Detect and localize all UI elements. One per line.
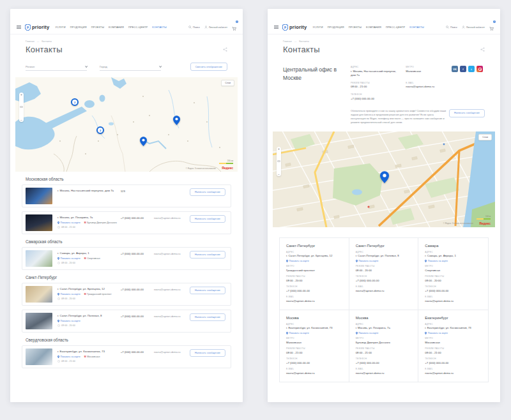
office-email[interactable]: почта@apriori-demo.ru: [154, 286, 190, 291]
map-cluster-moscow[interactable]: 2: [96, 126, 104, 134]
contacts-filters: Регион Город Сменить отображение: [26, 63, 227, 71]
share-icon[interactable]: [223, 47, 227, 52]
branch-email[interactable]: почта@apriori-demo.ru: [356, 371, 412, 375]
clock-icon: [57, 324, 60, 327]
nav-company[interactable]: КОМПАНИЯ: [366, 26, 381, 29]
show-on-map-link[interactable]: Показать на карте: [425, 332, 482, 334]
show-on-map-link[interactable]: Показать на карте: [57, 293, 80, 296]
map-terms-link[interactable]: © Яндекс Условия использования: [186, 167, 216, 170]
yandex-logo[interactable]: Яндекс: [222, 166, 233, 170]
show-on-map-link[interactable]: Показать на карте: [57, 356, 80, 358]
show-on-map-link[interactable]: Показать на карте: [57, 320, 80, 322]
office-email[interactable]: почта@apriori-demo.ru: [154, 349, 190, 354]
branch-phone[interactable]: +7 (000) 000-00-00: [356, 361, 412, 365]
write-message-button[interactable]: Написать сообщение: [190, 349, 225, 357]
branch-phone[interactable]: +7 (000) 000-00-00: [286, 289, 342, 293]
office-email[interactable]: почта@apriori-demo.ru: [154, 313, 190, 318]
show-on-map-link[interactable]: Показать на карте: [356, 332, 412, 334]
yandex-logo[interactable]: Яндекс: [479, 221, 491, 225]
map-layers-button[interactable]: Слои: [221, 80, 234, 86]
branch-phone[interactable]: +7 (000) 000-00-00: [425, 361, 482, 365]
nav-company[interactable]: КОМПАНИЯ: [109, 26, 124, 29]
nav-services[interactable]: УСЛУГИ: [312, 26, 323, 29]
cart-button[interactable]: 0: [232, 22, 236, 33]
write-message-button[interactable]: Написать сообщение: [190, 188, 225, 196]
nav-projects[interactable]: ПРОЕКТЫ: [349, 26, 362, 29]
change-view-button[interactable]: Сменить отображение: [190, 63, 227, 71]
branch-phone[interactable]: +7 (000) 000-00-00: [286, 361, 342, 365]
breadcrumb-home[interactable]: Главная: [26, 40, 34, 43]
nav-projects[interactable]: ПРОЕКТЫ: [91, 26, 104, 29]
branch-address: г. Санкт-Петербург, ул. Брянцева, 12: [286, 254, 342, 258]
map-pin-icon: [286, 260, 288, 262]
nav-services[interactable]: УСЛУГИ: [55, 26, 65, 29]
office-row: г. Москва, Настасьинский переулок, дом 7…: [22, 184, 231, 207]
branch-phone[interactable]: +7 (000) 000-00-00: [425, 289, 482, 293]
branch-email[interactable]: почта@apriori-demo.ru: [286, 299, 342, 303]
show-on-map-link[interactable]: Показать на карте: [356, 260, 412, 262]
office-address: г. Москва, Настасьинский переулок, дом 7…: [351, 70, 399, 77]
city-select[interactable]: Город: [100, 65, 161, 71]
branch-email[interactable]: почта@apriori-demo.ru: [425, 299, 482, 303]
branch-email[interactable]: почта@apriori-demo.ru: [356, 289, 412, 293]
map-scale-bar: [219, 163, 233, 164]
map-terms-link[interactable]: © Яндекс Условия использования: [443, 222, 473, 225]
branch-phone[interactable]: +7 (000) 000-00-00: [356, 279, 412, 283]
office-row: г. Санкт-Петербург, ул. Полевая, 8 Показ…: [22, 310, 231, 333]
map-cluster-spb[interactable]: 2: [71, 98, 79, 106]
twitter-icon[interactable]: t: [468, 66, 475, 72]
map-zoom-control[interactable]: [277, 147, 281, 176]
office-phone[interactable]: +7 (000) 000-00-00: [351, 97, 399, 101]
search-button[interactable]: Поиск: [446, 26, 457, 29]
write-message-button[interactable]: Написать сообщение: [190, 287, 225, 294]
office-address: г. Санкт-Петербург, ул. Брянцева, 12: [57, 287, 121, 291]
map-pin-icon: [57, 293, 59, 296]
write-message-button[interactable]: Написать сообщение: [449, 109, 485, 117]
instagram-icon[interactable]: [477, 66, 483, 72]
map-layers-button[interactable]: Слои: [478, 134, 492, 140]
branch-email[interactable]: почта@apriori-demo.ru: [286, 371, 342, 375]
logo[interactable]: p priority: [25, 24, 49, 31]
show-on-map-link[interactable]: Показать на карте: [286, 332, 342, 334]
chevron-down-icon: [159, 65, 162, 68]
show-on-map-link[interactable]: Показать на карте: [57, 221, 80, 224]
logo[interactable]: p priority: [282, 24, 307, 31]
office-email[interactable]: почта@apriori-demo.ru: [154, 250, 190, 255]
city-map[interactable]: Слои 100 м © Яндекс Условия использовани…: [273, 131, 495, 227]
nav-products[interactable]: ПРОДУКЦИЯ: [328, 26, 344, 29]
account-button[interactable]: Личный кабинет: [204, 26, 227, 29]
contacts-list-page: p priority УСЛУГИ ПРОДУКЦИЯ ПРОЕКТЫ КОМП…: [10, 9, 243, 402]
branch-city: Санкт-Петербург: [356, 244, 412, 248]
search-button[interactable]: Поиск: [188, 26, 200, 29]
facebook-icon[interactable]: f: [460, 66, 466, 72]
share-icon[interactable]: [480, 47, 485, 52]
branch-email[interactable]: почта@apriori-demo.ru: [425, 371, 482, 375]
breadcrumb-home[interactable]: Главная: [283, 40, 292, 43]
show-on-map-link[interactable]: Показать на карте: [425, 260, 482, 262]
write-message-button[interactable]: Написать сообщение: [190, 215, 225, 223]
write-message-button[interactable]: Написать сообщение: [190, 251, 225, 259]
map-pin-icon: [57, 257, 59, 260]
show-on-map-link[interactable]: Показать на карте: [286, 260, 342, 262]
nav-products[interactable]: ПРОДУКЦИЯ: [70, 26, 87, 29]
map-zoom-control[interactable]: [19, 93, 24, 122]
account-button[interactable]: Личный кабинет: [462, 26, 485, 29]
map-pin-samara[interactable]: [140, 137, 147, 146]
russia-map[interactable]: 2 2 Слои 200 км © Яндекс Условия использ…: [15, 77, 238, 172]
office-email[interactable]: почта@apriori-demo.ru: [406, 85, 446, 89]
office-email[interactable]: почта@apriori-demo.ru: [154, 214, 190, 220]
nav-press[interactable]: ПРЕСС-ЦЕНТР: [128, 26, 148, 29]
nav-contacts[interactable]: КОНТАКТЫ: [152, 26, 167, 29]
write-message-button[interactable]: Написать сообщение: [190, 313, 225, 321]
show-on-map-link[interactable]: Показать на карте: [57, 257, 80, 260]
nav-press[interactable]: ПРЕСС-ЦЕНТР: [386, 26, 405, 29]
cart-button[interactable]: 0: [489, 22, 494, 33]
menu-icon[interactable]: [17, 25, 21, 29]
region-select[interactable]: Регион: [26, 65, 87, 71]
vk-icon[interactable]: VK: [452, 66, 458, 72]
nav-contacts[interactable]: КОНТАКТЫ: [409, 26, 424, 29]
office-row: г. Самара, ул. Авроры, 1 Показать на кар…: [22, 247, 231, 270]
menu-icon[interactable]: [274, 25, 278, 29]
office-map-pin[interactable]: [380, 171, 389, 183]
map-pin-ekaterinburg[interactable]: [173, 116, 180, 125]
